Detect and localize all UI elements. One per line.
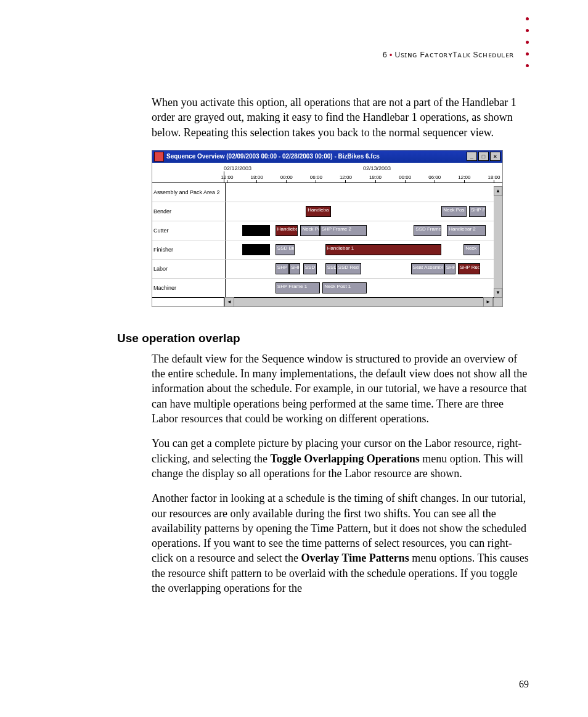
- time-tick: 06:00: [310, 174, 322, 182]
- app-icon: [154, 152, 164, 162]
- gantt-bar[interactable]: Neck: [463, 244, 480, 255]
- gantt-bar[interactable]: Neck Post 1: [322, 282, 367, 293]
- resource-label: Assembly and Pack Area 2: [152, 183, 226, 202]
- gantt-bar[interactable]: Handleba: [306, 206, 330, 217]
- gantt-row[interactable]: BenderHandlebaNeck PosSHP F: [152, 202, 502, 221]
- resource-label: Finisher: [152, 240, 226, 259]
- maximize-button[interactable]: □: [478, 152, 489, 161]
- minimize-button[interactable]: _: [467, 152, 477, 161]
- gantt-bar[interactable]: Handlebar 1: [276, 225, 298, 236]
- horizontal-scrollbar[interactable]: ◄ ►: [152, 297, 502, 306]
- scroll-down-button[interactable]: ▼: [494, 288, 502, 298]
- section-heading: Use operation overlap: [117, 332, 533, 345]
- gantt-bar[interactable]: SHP Frame 2: [320, 225, 367, 236]
- body-paragraph-3: Another factor in looking at a schedule …: [152, 491, 533, 596]
- scroll-up-button[interactable]: ▲: [494, 186, 502, 196]
- gantt-track: [226, 183, 502, 202]
- running-header: 6 • Uꜱɪɴɢ FᴀᴄᴛᴏʀʏTᴀʟᴋ Sᴄʜᴇᴅᴜʟᴇʀ: [383, 51, 514, 59]
- timeline-date: 02/13/2003: [363, 165, 502, 171]
- time-tick: 12:00: [458, 174, 470, 182]
- resource-label: Machiner: [152, 279, 226, 297]
- resource-label: Bender: [152, 202, 226, 221]
- page-number: 69: [519, 679, 529, 690]
- gantt-bar[interactable]: SHP Red: [458, 263, 480, 274]
- vertical-scrollbar[interactable]: ▲ ▼: [494, 186, 502, 298]
- resource-label: Labor: [152, 260, 226, 278]
- scroll-right-button[interactable]: ►: [483, 297, 493, 307]
- time-axis: 12:0018:0000:0006:0012:0018:0000:0006:00…: [152, 171, 502, 183]
- gantt-row[interactable]: FinisherSSD BluHandlebar 1Neck: [152, 240, 502, 259]
- gantt-bar[interactable]: SHP: [444, 263, 455, 274]
- gantt-bar[interactable]: SSD Blu: [276, 244, 295, 255]
- gantt-bar[interactable]: Handlebar 1: [325, 244, 442, 255]
- gantt-track: SHP Frame 1Neck Post 1: [226, 279, 502, 297]
- close-button[interactable]: ×: [490, 152, 500, 161]
- menu-option-emphasis: Toggle Overlapping Operations: [270, 453, 419, 465]
- body-paragraph-1: The default view for the Sequence window…: [152, 351, 533, 426]
- gantt-bar[interactable]: SSD: [325, 263, 337, 274]
- intro-paragraph: When you activate this option, all opera…: [152, 95, 533, 140]
- gantt-bar[interactable]: [242, 244, 270, 255]
- time-tick: 06:00: [428, 174, 441, 182]
- window-titlebar[interactable]: Sequence Overview (02/09/2003 00:00 - 02…: [152, 150, 502, 163]
- gantt-bar[interactable]: SHP B: [276, 263, 289, 274]
- gantt-track: Handlebar 1Neck PoSHP Frame 2SSD Frame 1…: [226, 221, 502, 240]
- gantt-row[interactable]: MachinerSHP Frame 1Neck Post 1: [152, 278, 502, 297]
- gantt-bar[interactable]: Seat Assembl: [411, 263, 444, 274]
- menu-option-emphasis: Overlay Time Patterns: [301, 552, 409, 564]
- time-tick: 18:00: [369, 174, 382, 182]
- chapter-number: 6: [383, 51, 387, 59]
- gantt-bar[interactable]: Handlebar 2: [447, 225, 486, 236]
- gantt-bar[interactable]: Neck Pos: [441, 206, 466, 217]
- gantt-bar[interactable]: SSD Red: [337, 263, 361, 274]
- gantt-bar[interactable]: SHP Frame 1: [276, 282, 320, 293]
- time-tick: 00:00: [399, 174, 411, 182]
- gantt-bar[interactable]: SHP: [289, 263, 300, 274]
- body-paragraph-2: You can get a complete picture by placin…: [152, 436, 533, 481]
- time-tick: 18:00: [488, 174, 500, 182]
- gantt-track: SHP BSHPSSDSSDSSD RedSeat AssemblSHPSHP …: [226, 260, 502, 278]
- timeline-date-row: 02/12/2003 02/13/2003: [152, 163, 502, 171]
- resource-label: Cutter: [152, 221, 226, 240]
- gantt-bar[interactable]: [242, 225, 270, 236]
- decorative-side-dots: [526, 17, 529, 67]
- gantt-row[interactable]: CutterHandlebar 1Neck PoSHP Frame 2SSD F…: [152, 221, 502, 240]
- header-separator: •: [390, 51, 393, 59]
- timeline-date: 02/12/2003: [224, 165, 363, 171]
- gantt-bar[interactable]: SHP F: [469, 206, 486, 217]
- time-tick: 00:00: [280, 174, 293, 182]
- window-title: Sequence Overview (02/09/2003 00:00 - 02…: [166, 153, 380, 160]
- time-tick: 18:00: [251, 174, 263, 182]
- gantt-row[interactable]: Assembly and Pack Area 2: [152, 183, 502, 202]
- chapter-title: Uꜱɪɴɢ FᴀᴄᴛᴏʀʏTᴀʟᴋ Sᴄʜᴇᴅᴜʟᴇʀ: [395, 51, 515, 59]
- gantt-row[interactable]: LaborSHP BSHPSSDSSDSSD RedSeat AssemblSH…: [152, 259, 502, 278]
- resize-grip[interactable]: [493, 298, 502, 306]
- time-tick: 12:00: [340, 174, 352, 182]
- scroll-left-button[interactable]: ◄: [224, 297, 234, 307]
- gantt-bar[interactable]: SSD Frame 1: [414, 225, 441, 236]
- time-tick: 12:00: [221, 174, 233, 182]
- gantt-bar[interactable]: SSD: [303, 263, 317, 274]
- sequence-overview-window: Sequence Overview (02/09/2003 00:00 - 02…: [152, 150, 503, 307]
- gantt-track: HandlebaNeck PosSHP F: [226, 202, 502, 221]
- gantt-bar[interactable]: Neck Po: [300, 225, 319, 236]
- gantt-track: SSD BluHandlebar 1Neck: [226, 240, 502, 259]
